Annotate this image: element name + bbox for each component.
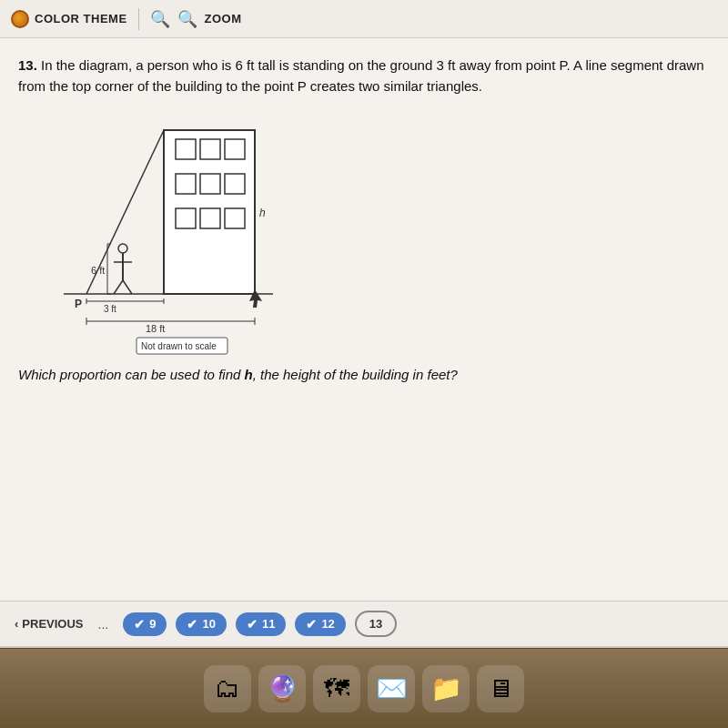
dock-item-finder[interactable]: 🗂 — [204, 665, 251, 713]
check-icon-12: ✔ — [306, 617, 317, 632]
check-icon-9: ✔ — [134, 617, 145, 632]
nav-label-11: 11 — [262, 617, 275, 631]
dock: 🗂 🔮 🗺 ✉️ 📁 🖥 — [0, 648, 728, 728]
question-text: 13. In the diagram, a person who is 6 ft… — [18, 55, 710, 97]
check-icon-10: ✔ — [187, 617, 197, 632]
diagram-svg: 6 ft P 3 ft 18 ft h — [36, 112, 309, 349]
dock-item-monitor[interactable]: 🖥 — [477, 665, 524, 713]
dock-item-siri[interactable]: 🔮 — [258, 665, 306, 713]
bottom-nav: ‹ PREVIOUS ... ✔ 9 ✔ 10 ✔ 11 ✔ 12 13 — [0, 601, 728, 646]
bottom-italic: h — [244, 367, 252, 382]
nav-label-10: 10 — [202, 617, 215, 631]
nav-button-12[interactable]: ✔ 12 — [295, 612, 345, 636]
nav-label-12: 12 — [321, 617, 334, 631]
nav-button-13[interactable]: 13 — [355, 611, 397, 637]
nav-button-10[interactable]: ✔ 10 — [176, 612, 226, 636]
dock-item-maps[interactable]: 🗺 — [313, 665, 360, 713]
label-18ft: 18 ft — [146, 323, 165, 334]
bottom-question: Which proportion can be used to find h, … — [18, 367, 710, 382]
zoom-label: ZOOM — [205, 12, 242, 25]
toolbar-divider — [138, 8, 139, 30]
label-3ft: 3 ft — [104, 304, 116, 314]
dock-item-mail[interactable]: ✉️ — [368, 665, 415, 713]
previous-button[interactable]: ‹ PREVIOUS — [15, 617, 84, 631]
prev-chevron-icon: ‹ — [15, 617, 18, 631]
nav-button-9[interactable]: ✔ 9 — [123, 612, 167, 636]
previous-label: PREVIOUS — [22, 617, 83, 631]
diagram-container: 6 ft P 3 ft 18 ft h — [36, 112, 710, 352]
svg-line-15 — [123, 280, 132, 294]
color-theme-label[interactable]: COLOR THEME — [35, 12, 127, 25]
question-body: In the diagram, a person who is 6 ft tal… — [18, 57, 704, 94]
nav-label-13: 13 — [369, 617, 382, 631]
svg-line-14 — [114, 280, 123, 294]
zoom-section: 🔍 🔍 ZOOM — [150, 9, 242, 29]
svg-line-19 — [86, 130, 164, 294]
note-label: Not drawn to scale — [141, 341, 217, 351]
svg-point-12 — [118, 244, 127, 253]
label-h: h — [259, 207, 266, 219]
diagram-wrapper: 6 ft P 3 ft 18 ft h — [36, 112, 309, 352]
bottom-text: Which proportion can be used to find — [18, 367, 244, 382]
nav-dots: ... — [98, 617, 109, 632]
question-number: 13. — [18, 57, 37, 73]
svg-rect-0 — [164, 130, 255, 294]
bottom-text2: , the height of the building in feet? — [253, 367, 458, 382]
nav-label-9: 9 — [149, 617, 156, 631]
zoom-out-icon[interactable]: 🔍 — [150, 9, 170, 29]
zoom-in-icon[interactable]: 🔍 — [177, 9, 197, 29]
toolbar: COLOR THEME 🔍 🔍 ZOOM — [0, 0, 728, 38]
nav-button-11[interactable]: ✔ 11 — [236, 612, 286, 636]
check-icon-11: ✔ — [247, 617, 258, 632]
label-p: P — [75, 298, 82, 310]
toolbar-left: COLOR THEME — [11, 10, 127, 28]
main-content: 13. In the diagram, a person who is 6 ft… — [0, 38, 728, 621]
color-theme-icon — [11, 10, 29, 28]
dock-item-files[interactable]: 📁 — [422, 665, 470, 713]
